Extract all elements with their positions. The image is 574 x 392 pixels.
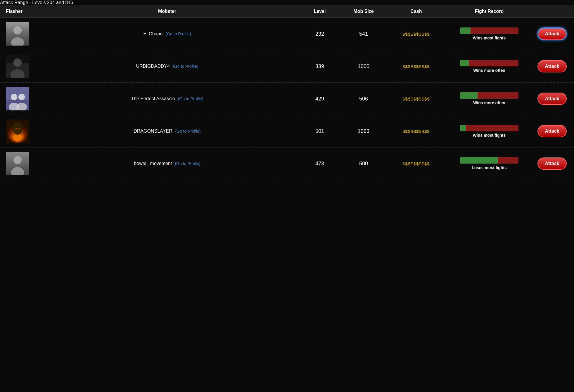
fight-bar-red bbox=[498, 157, 518, 164]
flasher-cell bbox=[3, 55, 35, 78]
attack-cell[interactable]: Attack bbox=[533, 125, 571, 137]
level-cell: 429 bbox=[299, 96, 340, 102]
svg-point-11 bbox=[18, 94, 25, 100]
attack-button[interactable]: Attack bbox=[537, 125, 567, 137]
svg-point-22 bbox=[18, 128, 20, 129]
level-cell: 339 bbox=[299, 63, 340, 70]
avatar bbox=[6, 152, 29, 175]
go-to-profile-link[interactable]: (Go to Profile) bbox=[175, 129, 201, 133]
mob-size-cell: 541 bbox=[340, 31, 387, 37]
fight-bar-green bbox=[460, 157, 498, 164]
flasher-cell bbox=[3, 87, 35, 110]
cash-cell: $$$$$$$$$$ bbox=[387, 96, 445, 101]
fight-status: Loses most fights bbox=[472, 165, 507, 170]
svg-point-9 bbox=[11, 94, 17, 100]
players-list: El Chapo (Go to Profile) 232 541 $$$$$$$… bbox=[0, 18, 574, 180]
mobster-name: URBIGDADDY4 bbox=[136, 64, 170, 69]
attack-cell[interactable]: Attack bbox=[533, 93, 571, 105]
fight-bar-red bbox=[471, 27, 518, 34]
attack-cell[interactable]: Attack bbox=[533, 157, 571, 170]
attack-cell[interactable]: Attack bbox=[533, 27, 571, 40]
mobster-cell: bowel_ movement (Go to Profile) bbox=[35, 161, 299, 166]
attack-cell[interactable]: Attack bbox=[533, 60, 571, 72]
fight-record-cell: Wins most fights bbox=[445, 27, 533, 40]
cash-cell: $$$$$$$$$$ bbox=[387, 161, 445, 166]
cash-cell: $$$$$$$$$$ bbox=[387, 129, 445, 134]
mobster-name: DRAGONSLAYER bbox=[134, 129, 172, 133]
fight-status: Wins more often bbox=[473, 68, 505, 73]
level-cell: 473 bbox=[299, 161, 340, 167]
fight-bar-green bbox=[460, 92, 478, 99]
header-flasher: Flasher bbox=[3, 9, 35, 14]
fight-record-cell: Wins more often bbox=[445, 60, 533, 73]
go-to-profile-link[interactable]: (Go to Profile) bbox=[165, 32, 191, 36]
fight-bar-red bbox=[466, 125, 518, 131]
mobster-name: bowel_ movement bbox=[134, 161, 172, 166]
fight-bar-green bbox=[460, 60, 469, 66]
mob-size-cell: 500 bbox=[340, 161, 387, 167]
header-action bbox=[533, 9, 571, 14]
flasher-cell bbox=[3, 119, 35, 143]
attack-button[interactable]: Attack bbox=[537, 157, 567, 170]
fight-bar bbox=[460, 60, 518, 66]
mob-size-cell: 1063 bbox=[340, 128, 387, 134]
cash-cell: $$$$$$$$$$ bbox=[387, 32, 445, 37]
avatar bbox=[6, 87, 29, 110]
table-row: DRAGONSLAYER (Go to Profile) 501 1063 $$… bbox=[0, 115, 574, 148]
attack-button[interactable]: Attack bbox=[537, 27, 567, 40]
go-to-profile-link[interactable]: (Go to Profile) bbox=[178, 96, 203, 101]
fight-status: Wins most fights bbox=[473, 133, 506, 138]
header-mobster: Mobster bbox=[35, 9, 299, 14]
fight-bar-green bbox=[460, 125, 466, 131]
header-level: Level bbox=[299, 9, 340, 14]
table-header: Flasher Mobster Level Mob Size Cash Figh… bbox=[0, 5, 574, 18]
header-fight-record: Fight Record bbox=[445, 9, 533, 14]
flasher-cell bbox=[3, 22, 35, 46]
go-to-profile-link[interactable]: (Go to Profile) bbox=[173, 64, 198, 69]
mob-size-cell: 506 bbox=[340, 96, 387, 102]
table-row: bowel_ movement (Go to Profile) 473 500 … bbox=[0, 148, 574, 180]
mobster-name: The Perfect Assassin bbox=[131, 96, 175, 101]
fight-bar-red bbox=[478, 92, 518, 99]
fight-bar bbox=[460, 92, 518, 99]
fight-record-cell: Loses most fights bbox=[445, 157, 533, 170]
attack-button[interactable]: Attack bbox=[537, 93, 567, 105]
svg-point-21 bbox=[15, 128, 17, 129]
mob-size-cell: 1000 bbox=[340, 63, 387, 70]
header-cash: Cash bbox=[387, 9, 445, 14]
mobster-cell: The Perfect Assassin (Go to Profile) bbox=[35, 96, 299, 101]
header-mob-size: Mob Size bbox=[340, 9, 387, 14]
level-cell: 232 bbox=[299, 31, 340, 37]
mobster-name: El Chapo bbox=[143, 31, 162, 36]
level-cell: 501 bbox=[299, 128, 340, 134]
fight-bar bbox=[460, 157, 518, 164]
svg-point-18 bbox=[12, 122, 23, 135]
svg-point-24 bbox=[13, 156, 22, 164]
table-row: The Perfect Assassin (Go to Profile) 429… bbox=[0, 83, 574, 115]
svg-point-17 bbox=[13, 134, 22, 141]
avatar bbox=[6, 119, 29, 143]
fight-bar bbox=[460, 27, 518, 34]
avatar bbox=[6, 55, 29, 78]
mobster-cell: URBIGDADDY4 (Go to Profile) bbox=[35, 64, 299, 69]
table-row: El Chapo (Go to Profile) 232 541 $$$$$$$… bbox=[0, 18, 574, 50]
fight-record-cell: Wins most fights bbox=[445, 125, 533, 138]
attack-range-label: Attack Range - Levels 204 and 816 bbox=[0, 0, 73, 5]
svg-point-1 bbox=[13, 26, 22, 34]
fight-status: Wins more often bbox=[473, 100, 505, 105]
fight-bar bbox=[460, 125, 518, 131]
mobster-cell: El Chapo (Go to Profile) bbox=[35, 31, 299, 37]
avatar bbox=[6, 22, 29, 46]
fight-bar-red bbox=[469, 60, 518, 66]
go-to-profile-link[interactable]: (Go to Profile) bbox=[175, 161, 200, 166]
fight-bar-green bbox=[460, 27, 471, 34]
flasher-cell bbox=[3, 152, 35, 175]
table-row: URBIGDADDY4 (Go to Profile) 339 1000 $$$… bbox=[0, 50, 574, 83]
fight-record-cell: Wins more often bbox=[445, 92, 533, 105]
mobster-cell: DRAGONSLAYER (Go to Profile) bbox=[35, 129, 299, 134]
svg-point-5 bbox=[13, 58, 22, 67]
attack-button[interactable]: Attack bbox=[537, 60, 567, 72]
cash-cell: $$$$$$$$$$ bbox=[387, 64, 445, 69]
attack-range-bar: Attack Range - Levels 204 and 816 bbox=[0, 0, 574, 5]
fight-status: Wins most fights bbox=[473, 36, 506, 40]
